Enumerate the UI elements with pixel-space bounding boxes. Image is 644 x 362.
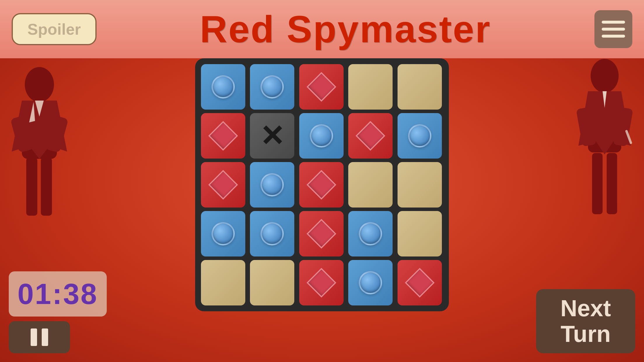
- spoiler-button[interactable]: Spoiler: [12, 13, 97, 45]
- svg-rect-6: [41, 157, 52, 216]
- diamond-icon: [307, 268, 336, 298]
- circle-icon: [211, 222, 235, 245]
- board-cell-4[interactable]: [398, 64, 442, 110]
- svg-point-0: [25, 67, 54, 102]
- pause-bar-right: [42, 328, 48, 346]
- board-cell-17[interactable]: [299, 211, 344, 256]
- board-cell-7[interactable]: [299, 113, 344, 159]
- board-cell-16[interactable]: [250, 211, 294, 256]
- board-cell-6[interactable]: ✕: [250, 113, 294, 159]
- circle-icon: [359, 222, 382, 245]
- board-cell-22[interactable]: [299, 260, 344, 305]
- board-cell-15[interactable]: [201, 211, 245, 256]
- board-cell-11[interactable]: [250, 162, 294, 208]
- page-title: Red Spymaster: [200, 7, 491, 51]
- board-cell-19[interactable]: [398, 211, 442, 256]
- board-cell-2[interactable]: [299, 64, 344, 110]
- svg-rect-14: [592, 153, 603, 214]
- circle-icon: [359, 271, 382, 294]
- board-cell-12[interactable]: [299, 162, 344, 208]
- next-turn-button[interactable]: NextTurn: [536, 289, 635, 353]
- menu-icon-line3: [602, 35, 625, 38]
- diamond-icon: [307, 170, 336, 200]
- board-cell-8[interactable]: [348, 113, 393, 159]
- svg-rect-15: [607, 153, 617, 214]
- diamond-icon: [307, 219, 336, 249]
- pause-icon: [31, 328, 48, 346]
- svg-rect-5: [26, 157, 37, 216]
- timer-display: 01:38: [9, 271, 107, 317]
- diamond-icon: [208, 121, 238, 151]
- diamond-icon: [405, 268, 435, 298]
- board-cell-1[interactable]: [250, 64, 294, 110]
- board-cell-0[interactable]: [201, 64, 245, 110]
- pause-bar-left: [31, 328, 37, 346]
- circle-icon: [260, 173, 284, 196]
- board-cell-18[interactable]: [348, 211, 393, 256]
- menu-button[interactable]: [594, 10, 632, 48]
- diamond-icon: [356, 121, 385, 151]
- timer-text: 01:38: [18, 277, 98, 310]
- board-cell-3[interactable]: [348, 64, 393, 110]
- diamond-icon: [307, 72, 336, 102]
- menu-icon-line2: [602, 28, 625, 31]
- board-cell-9[interactable]: [398, 113, 442, 159]
- diamond-icon: [208, 170, 238, 200]
- circle-icon: [211, 75, 235, 99]
- circle-icon: [260, 75, 284, 99]
- silhouette-left: [6, 58, 73, 262]
- x-icon: ✕: [260, 121, 284, 150]
- board-cell-14[interactable]: [398, 162, 442, 208]
- game-board: ✕: [195, 58, 449, 311]
- board-cell-23[interactable]: [348, 260, 393, 305]
- header: Spoiler Red Spymaster: [0, 0, 644, 58]
- board-cell-5[interactable]: [201, 113, 245, 159]
- circle-icon: [310, 124, 333, 147]
- next-turn-label: NextTurn: [560, 296, 611, 347]
- board-cell-20[interactable]: [201, 260, 245, 305]
- board-cell-10[interactable]: [201, 162, 245, 208]
- board-cell-13[interactable]: [348, 162, 393, 208]
- pause-button[interactable]: [9, 321, 70, 353]
- board-cell-24[interactable]: [398, 260, 442, 305]
- svg-point-9: [591, 59, 619, 93]
- menu-icon-line1: [602, 21, 625, 24]
- circle-icon: [408, 124, 431, 147]
- circle-icon: [260, 222, 284, 245]
- silhouette-right: [571, 52, 638, 262]
- board-grid: ✕: [201, 64, 443, 305]
- timer-area: 01:38: [9, 271, 107, 353]
- board-cell-21[interactable]: [250, 260, 294, 305]
